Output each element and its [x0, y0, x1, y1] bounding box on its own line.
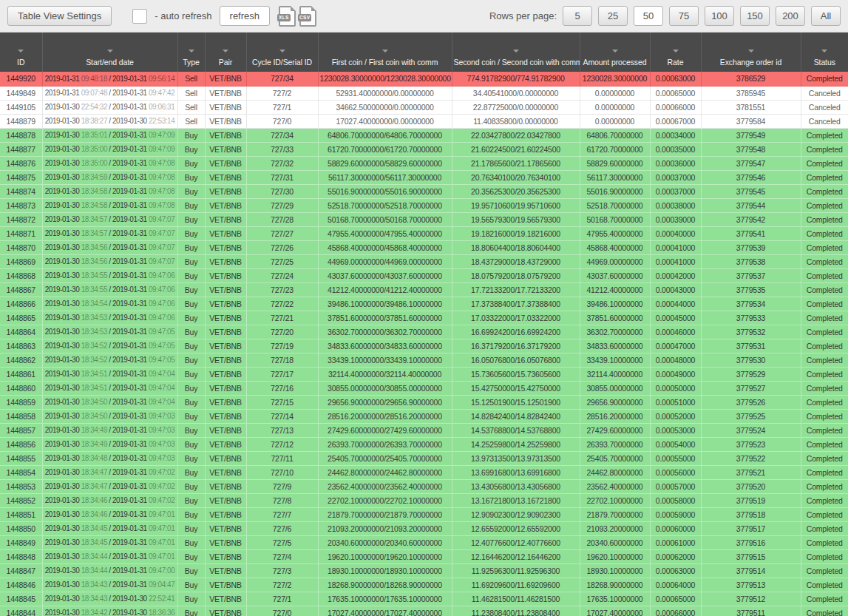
- table-row[interactable]: 14488652019-01-30 18:34:53 / 2019-01-31 …: [0, 311, 848, 325]
- rows-per-page-200[interactable]: 200: [776, 6, 805, 26]
- table-row[interactable]: 14488612019-01-30 18:34:51 / 2019-01-31 …: [0, 367, 848, 381]
- cell-status: Completed: [801, 409, 848, 423]
- column-header-amount-processed[interactable]: Amount processed: [580, 33, 650, 72]
- column-header-start-end-date[interactable]: Start/end date: [42, 33, 177, 72]
- table-row[interactable]: 14488572019-01-30 18:34:49 / 2019-01-31 …: [0, 423, 848, 437]
- table-row[interactable]: 14488682019-01-30 18:34:55 / 2019-01-31 …: [0, 268, 848, 282]
- cell-amount: 19620.10000000: [580, 549, 650, 563]
- table-row[interactable]: 14488592019-01-30 18:34:50 / 2019-01-31 …: [0, 395, 848, 409]
- table-row[interactable]: 14488662019-01-30 18:34:54 / 2019-01-31 …: [0, 297, 848, 311]
- cell-rate: 0.00061000: [650, 535, 701, 549]
- column-header-second-coin[interactable]: Second coin / Second coin with comm: [452, 33, 580, 72]
- column-header-cycle-id[interactable]: Cycle ID/Serial ID: [246, 33, 318, 72]
- table-row[interactable]: 14488742019-01-30 18:34:58 / 2019-01-31 …: [0, 184, 848, 198]
- cell-date: 2019-01-30 18:34:46 / 2019-01-31 09:47:0…: [42, 493, 177, 507]
- export-xls-icon[interactable]: XLS: [279, 6, 296, 27]
- table-row[interactable]: 14488732019-01-30 18:34:58 / 2019-01-31 …: [0, 198, 848, 212]
- cell-order-id: 3779523: [701, 437, 801, 451]
- table-row[interactable]: 14488562019-01-30 18:34:49 / 2019-01-31 …: [0, 437, 848, 451]
- rows-per-page-5[interactable]: 5: [563, 6, 592, 26]
- cell-first-coin: 18268.90000000/18268.90000000: [318, 578, 452, 592]
- rows-per-page-all[interactable]: All: [811, 6, 841, 26]
- cell-second-coin: 20.76340100/20.76340100: [452, 170, 580, 184]
- column-header-rate[interactable]: Rate: [650, 33, 701, 72]
- table-row[interactable]: 14491052019-01-30 22:54:32 / 2019-01-31 …: [0, 100, 848, 114]
- cell-cycle: 727/21: [246, 311, 318, 325]
- column-header-status[interactable]: Status: [801, 33, 848, 72]
- cell-cycle: 727/4: [246, 549, 318, 563]
- rows-per-page-75[interactable]: 75: [669, 6, 699, 26]
- table-row[interactable]: 14488542019-01-30 18:34:47 / 2019-01-31 …: [0, 465, 848, 479]
- cell-rate: 0.00065000: [650, 592, 701, 606]
- cell-pair: VET/BNB: [205, 423, 246, 437]
- table-row[interactable]: 14488622019-01-30 18:34:52 / 2019-01-31 …: [0, 353, 848, 367]
- column-header-pair[interactable]: Pair: [205, 33, 246, 72]
- rows-per-page-100[interactable]: 100: [705, 6, 734, 26]
- refresh-button[interactable]: refresh: [220, 6, 270, 26]
- cell-order-id: 3779544: [701, 198, 801, 212]
- table-row[interactable]: 14488722019-01-30 18:34:57 / 2019-01-31 …: [0, 212, 848, 226]
- cell-first-coin: 20340.60000000/20340.60000000: [318, 535, 452, 549]
- table-row[interactable]: 14488702019-01-30 18:34:56 / 2019-01-31 …: [0, 240, 848, 254]
- cell-cycle: 727/12: [246, 437, 318, 451]
- table-row[interactable]: 14488692019-01-30 18:34:56 / 2019-01-31 …: [0, 254, 848, 268]
- rows-per-page-25[interactable]: 25: [598, 6, 628, 26]
- cell-type: Buy: [177, 156, 205, 170]
- cell-status: Completed: [801, 268, 848, 282]
- column-header-exchange-order-id[interactable]: Exchange order id: [701, 33, 801, 72]
- cell-id: 1448848: [0, 549, 42, 563]
- cell-rate: 0.00040000: [650, 226, 701, 240]
- table-row[interactable]: 14488782019-01-30 18:35:01 / 2019-01-31 …: [0, 128, 848, 142]
- table-view-settings-button[interactable]: Table View Settings: [7, 6, 112, 26]
- table-row[interactable]: 14488512019-01-30 18:34:46 / 2019-01-31 …: [0, 507, 848, 521]
- table-row[interactable]: 14488762019-01-30 18:35:00 / 2019-01-31 …: [0, 156, 848, 170]
- table-row[interactable]: 14488442019-01-30 18:34:42 / 2019-01-30 …: [0, 606, 848, 616]
- table-row[interactable]: 14488472019-01-30 18:34:44 / 2019-01-31 …: [0, 563, 848, 578]
- cell-pair: VET/BNB: [205, 381, 246, 395]
- table-row[interactable]: 14499202019-01-31 09:48:18 / 2019-01-31 …: [0, 72, 848, 86]
- cell-status: Completed: [801, 353, 848, 367]
- table-row[interactable]: 14488462019-01-30 18:34:43 / 2019-01-31 …: [0, 578, 848, 592]
- rows-per-page-150[interactable]: 150: [740, 6, 770, 26]
- table-row[interactable]: 14488672019-01-30 18:34:55 / 2019-01-31 …: [0, 282, 848, 297]
- cell-second-coin: 16.69924200/16.69924200: [452, 325, 580, 339]
- toolbar: Table View Settings - auto refresh refre…: [0, 0, 848, 32]
- table-row[interactable]: 14488602019-01-30 18:34:51 / 2019-01-31 …: [0, 381, 848, 395]
- table-row[interactable]: 14488502019-01-30 18:34:45 / 2019-01-31 …: [0, 521, 848, 535]
- cell-order-id: 3779518: [701, 507, 801, 521]
- table-row[interactable]: 14488492019-01-30 18:34:45 / 2019-01-31 …: [0, 535, 848, 549]
- cell-pair: VET/BNB: [205, 100, 246, 114]
- column-header-id[interactable]: ID: [0, 33, 42, 72]
- column-header-first-coin[interactable]: First coin / First coin with comm: [318, 33, 452, 72]
- table-row[interactable]: 14488792019-01-30 18:38:27 / 2019-01-30 …: [0, 114, 848, 128]
- cell-rate: 0.00047000: [650, 339, 701, 353]
- table-row[interactable]: 14488632019-01-30 18:34:52 / 2019-01-31 …: [0, 339, 848, 353]
- column-header-type[interactable]: Type: [177, 33, 205, 72]
- cell-second-coin: 19.18216000/19.18216000: [452, 226, 580, 240]
- table-row[interactable]: 14488772019-01-30 18:35:00 / 2019-01-31 …: [0, 142, 848, 156]
- cell-pair: VET/BNB: [205, 86, 246, 100]
- cell-pair: VET/BNB: [205, 156, 246, 170]
- cell-pair: VET/BNB: [205, 592, 246, 606]
- table-row[interactable]: 14488532019-01-30 18:34:47 / 2019-01-31 …: [0, 479, 848, 493]
- cell-id: 1448879: [0, 114, 42, 128]
- table-row[interactable]: 14488482019-01-30 18:34:44 / 2019-01-31 …: [0, 549, 848, 563]
- cell-id: 1449105: [0, 100, 42, 114]
- table-row[interactable]: 14488452019-01-30 18:34:43 / 2019-01-30 …: [0, 592, 848, 606]
- table-row[interactable]: 14488522019-01-30 18:34:46 / 2019-01-31 …: [0, 493, 848, 507]
- table-row[interactable]: 14488582019-01-30 18:34:50 / 2019-01-31 …: [0, 409, 848, 423]
- table-row[interactable]: 14488552019-01-30 18:34:48 / 2019-01-31 …: [0, 451, 848, 465]
- cell-amount: 25405.70000000: [580, 451, 650, 465]
- export-csv-icon[interactable]: CSV: [299, 6, 316, 27]
- table-row[interactable]: 14488712019-01-30 18:34:57 / 2019-01-31 …: [0, 226, 848, 240]
- table-row[interactable]: 14488752019-01-30 18:34:59 / 2019-01-31 …: [0, 170, 848, 184]
- cell-pair: VET/BNB: [205, 184, 246, 198]
- cell-amount: 18930.10000000: [580, 563, 650, 578]
- cell-first-coin: 36302.70000000/36302.70000000: [318, 325, 452, 339]
- cell-type: Buy: [177, 423, 205, 437]
- table-row[interactable]: 14498492019-01-31 09:07:48 / 2019-01-31 …: [0, 86, 848, 100]
- cell-type: Buy: [177, 381, 205, 395]
- auto-refresh-checkbox[interactable]: [132, 9, 147, 24]
- rows-per-page-50[interactable]: 50: [634, 6, 663, 26]
- table-row[interactable]: 14488642019-01-30 18:34:53 / 2019-01-31 …: [0, 325, 848, 339]
